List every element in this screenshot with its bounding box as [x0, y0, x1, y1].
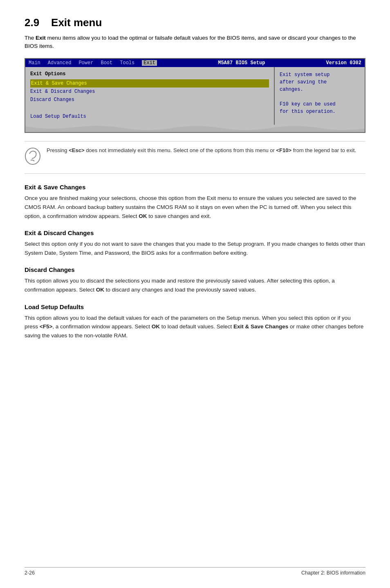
note-text: Pressing <Esc> does not immediately exit… — [47, 146, 356, 155]
bios-version: Version 0302 — [326, 60, 361, 66]
heading-exit-discard-changes: Exit & Discard Changes — [25, 229, 365, 236]
body-exit-save-changes: Once you are finished making your select… — [25, 194, 365, 220]
intro-paragraph: The Exit menu items allow you to load th… — [25, 34, 365, 51]
bios-item-spacer — [30, 104, 269, 112]
heading-exit-save-changes: Exit & Save Changes — [25, 184, 365, 191]
note-box: Pressing <Esc> does not immediately exit… — [25, 141, 365, 174]
bios-help-text: Exit system setupafter saving thecahnges… — [280, 72, 336, 114]
section-load-setup-defaults: Load Setup Defaults This option allows y… — [25, 303, 365, 340]
bios-menu-exit[interactable]: Exit — [142, 60, 157, 66]
bios-menu-items[interactable]: Main Advanced Power Boot Tools Exit — [29, 60, 157, 66]
section-number: 2.9 — [25, 16, 39, 29]
bios-menu-main[interactable]: Main — [29, 60, 40, 66]
footer-chapter: Chapter 2: BIOS information — [301, 570, 365, 576]
body-load-setup-defaults: This option allows you to load the defau… — [25, 314, 365, 340]
bios-body: Exit Options Exit & Save Changes Exit & … — [25, 67, 365, 125]
heading-discard-changes: Discard Changes — [25, 266, 365, 273]
page-title: 2.9 Exit menu — [25, 16, 365, 29]
svg-point-0 — [25, 148, 40, 164]
bios-menu-power[interactable]: Power — [78, 60, 93, 66]
bios-section-title: Exit Options — [30, 71, 269, 77]
page-footer: 2-26 Chapter 2: BIOS information — [25, 567, 365, 576]
section-exit-discard-changes: Exit & Discard Changes Select this optio… — [25, 229, 365, 257]
bios-menubar: Main Advanced Power Boot Tools Exit M5A8… — [25, 59, 365, 67]
bios-item-exit-discard[interactable]: Exit & Discard Changes — [30, 88, 269, 96]
bios-left-panel: Exit Options Exit & Save Changes Exit & … — [25, 67, 275, 125]
section-discard-changes: Discard Changes This option allows you t… — [25, 266, 365, 294]
bios-menu-advanced[interactable]: Advanced — [48, 60, 72, 66]
bios-item-exit-save[interactable]: Exit & Save Changes — [30, 79, 269, 88]
bios-wave — [25, 125, 365, 132]
bios-menu-boot[interactable]: Boot — [101, 60, 112, 66]
body-exit-discard-changes: Select this option only if you do not wa… — [25, 240, 365, 257]
bios-right-panel: Exit system setupafter saving thecahnges… — [275, 67, 365, 125]
title-text: Exit menu — [51, 16, 102, 29]
bios-item-load-defaults[interactable]: Load Setup Defaults — [30, 112, 269, 121]
note-icon — [25, 147, 41, 168]
bios-item-discard[interactable]: Discard Changes — [30, 96, 269, 104]
footer-page-number: 2-26 — [25, 570, 35, 576]
bios-menu-tools[interactable]: Tools — [120, 60, 134, 66]
body-discard-changes: This option allows you to discard the se… — [25, 276, 365, 294]
bios-title: M5A87 BIOS Setup — [157, 60, 326, 66]
bios-screen: Main Advanced Power Boot Tools Exit M5A8… — [25, 58, 365, 133]
section-exit-save-changes: Exit & Save Changes Once you are finishe… — [25, 184, 365, 220]
heading-load-setup-defaults: Load Setup Defaults — [25, 303, 365, 310]
